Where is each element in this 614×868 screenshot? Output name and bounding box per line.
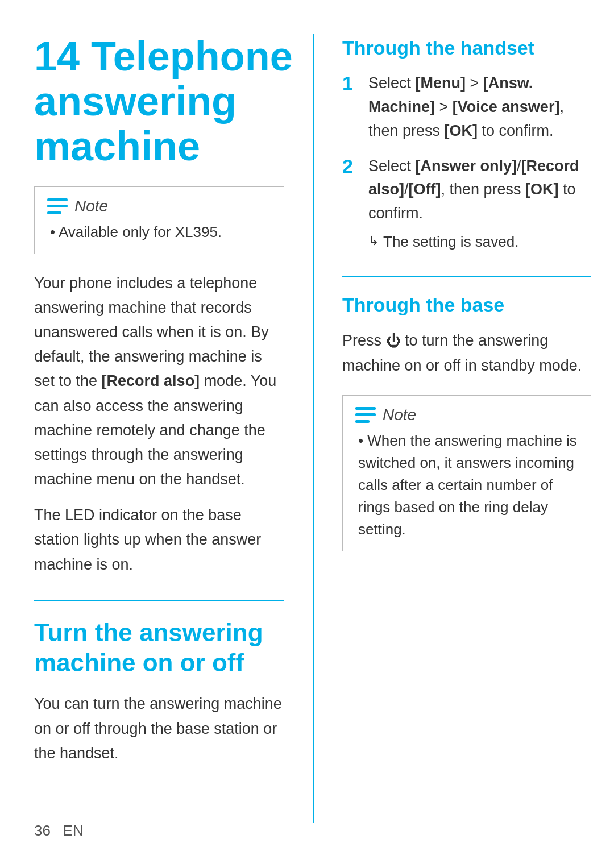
note-header-right: Note [355, 406, 578, 424]
step-1: 1 Select [Menu] > [Answ. Machine] > [Voi… [342, 72, 591, 143]
section-divider-right [342, 276, 591, 277]
page-container: 14 Telephone answering machine Note Avai… [0, 0, 614, 868]
note-icon-right [355, 407, 376, 423]
bold-ok-2: [OK] [525, 181, 558, 198]
note-content-top: Available only for XL395. [47, 221, 271, 243]
through-base-title: Through the base [342, 294, 591, 316]
language-label: EN [63, 822, 84, 839]
note-icon [47, 198, 68, 214]
power-icon: ⏻ [386, 332, 401, 349]
note-icon-bar-3 [47, 211, 61, 214]
bold-answer-only: [Answer only] [416, 157, 517, 175]
step-2: 2 Select [Answer only]/[Record also]/[Of… [342, 155, 591, 254]
note-icon-bar-2 [47, 205, 68, 207]
page-footer: 36 EN [34, 822, 84, 840]
section-intro-turn-on-off: You can turn the answering machine on or… [34, 692, 284, 766]
intro-paragraph-1: Your phone includes a telephone answerin… [34, 271, 284, 492]
left-column: 14 Telephone answering machine Note Avai… [34, 34, 313, 823]
section-title-turn-on-off: Turn the answering machine on or off [34, 618, 284, 678]
note-header: Note [47, 197, 271, 215]
note-label: Note [74, 197, 108, 215]
note-icon-bar-1 [47, 198, 68, 201]
arrow-symbol: ↳ [368, 231, 379, 251]
bold-off: [Off] [409, 181, 441, 198]
step-1-content: Select [Menu] > [Answ. Machine] > [Voice… [368, 72, 591, 143]
bold-menu: [Menu] [416, 74, 466, 92]
note-icon-bar-r1 [355, 407, 376, 410]
right-column: Through the handset 1 Select [Menu] > [A… [313, 34, 591, 823]
through-base-text: Press ⏻ to turn the answering machine on… [342, 329, 591, 377]
note-icon-bar-r2 [355, 413, 376, 416]
note-label-right: Note [383, 406, 416, 424]
chapter-title: 14 Telephone answering machine [34, 34, 284, 169]
note-icon-bar-r3 [355, 420, 370, 423]
note-content-right: When the answering machine is switched o… [355, 430, 578, 541]
through-handset-title: Through the handset [342, 37, 591, 59]
bold-record-also: [Record also] [102, 372, 200, 389]
intro-paragraph-2: The LED indicator on the base station li… [34, 503, 284, 577]
arrow-note-text: The setting is saved. [383, 230, 518, 253]
note-item-right: When the answering machine is switched o… [358, 430, 578, 541]
through-base-section: Through the base Press ⏻ to turn the ans… [342, 294, 591, 377]
chapter-number: 14 [34, 34, 80, 79]
bold-ok-1: [OK] [445, 122, 478, 139]
arrow-note: ↳ The setting is saved. [368, 230, 591, 253]
note-item: Available only for XL395. [50, 221, 271, 243]
step-number-2: 2 [342, 155, 358, 254]
note-box-top: Note Available only for XL395. [34, 186, 284, 254]
handset-steps-list: 1 Select [Menu] > [Answ. Machine] > [Voi… [342, 72, 591, 253]
step-2-content: Select [Answer only]/[Record also]/[Off]… [368, 155, 591, 254]
page-number: 36 [34, 822, 51, 839]
section-divider-left [34, 600, 284, 601]
note-box-right: Note When the answering machine is switc… [342, 395, 591, 551]
step-number-1: 1 [342, 72, 358, 143]
bold-voice-answer: [Voice answer] [453, 98, 560, 115]
